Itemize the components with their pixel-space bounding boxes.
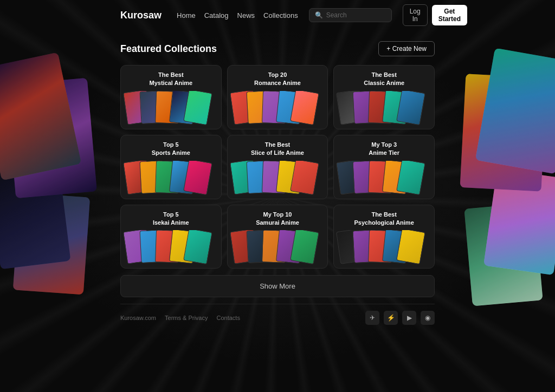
collection-card-mystical[interactable]: The BestMystical Anime — [120, 65, 222, 129]
img-card-5 — [183, 230, 212, 264]
collection-title-sports: Top 5Sports Anime — [121, 135, 221, 161]
img-cards-mystical — [125, 91, 217, 126]
collection-title-psychological: The BestPsychological Anime — [334, 205, 434, 231]
collection-images-psychological — [334, 230, 434, 268]
collection-images-romance — [228, 91, 328, 129]
footer-social-icons: ✈⚡▶◉ — [365, 311, 435, 325]
social-icon-instagram[interactable]: ◉ — [421, 311, 435, 325]
nav-collections[interactable]: Collections — [263, 11, 298, 19]
left-decoration — [0, 49, 108, 319]
collection-title-sliceoflife: The BestSlice of Life Anime — [228, 135, 328, 161]
collection-images-sports — [121, 161, 221, 199]
collection-card-romance[interactable]: Top 20Romance Anime — [227, 65, 328, 129]
get-started-button[interactable]: Get Started — [432, 5, 467, 25]
deco-card-right-1 — [475, 49, 555, 174]
img-cards-isekai — [125, 230, 217, 265]
collection-images-classic — [334, 91, 434, 129]
footer: Kurosaw.com Terms & Privacy Contacts ✈⚡▶… — [120, 304, 435, 331]
collection-card-sliceoflife[interactable]: The BestSlice of Life Anime — [227, 135, 328, 199]
nav-news[interactable]: News — [237, 11, 255, 19]
collection-title-romance: Top 20Romance Anime — [228, 66, 328, 91]
site-logo: Kurosaw — [120, 10, 162, 21]
img-cards-classic — [338, 91, 430, 126]
create-new-button[interactable]: + Create New — [378, 41, 435, 56]
img-cards-sports — [125, 161, 217, 196]
right-decoration — [447, 49, 555, 319]
collection-card-animetier[interactable]: My Top 3Anime Tier — [333, 135, 435, 199]
deco-card-left-1 — [0, 53, 81, 181]
footer-logo: Kurosaw.com — [120, 315, 156, 321]
img-cards-sliceoflife — [232, 161, 324, 196]
img-card-5 — [290, 91, 319, 125]
img-card-5 — [396, 91, 425, 125]
img-cards-samurai — [232, 230, 324, 265]
collections-grid: The BestMystical Anime Top 20Romance Ani… — [120, 65, 435, 269]
navbar: Kurosaw Home Catalog News Collections 🔍 … — [120, 0, 435, 30]
collection-title-animetier: My Top 3Anime Tier — [334, 135, 434, 161]
collection-title-isekai: Top 5Isekai Anime — [121, 205, 221, 231]
collection-title-samurai: My Top 10Samurai Anime — [228, 205, 328, 231]
social-icon-discord[interactable]: ⚡ — [384, 311, 398, 325]
nav-actions: Log In Get Started — [403, 4, 467, 26]
page-header: Featured Collections + Create New — [120, 41, 435, 56]
collection-card-sports[interactable]: Top 5Sports Anime — [120, 135, 222, 199]
show-more-container: Show More — [120, 275, 435, 297]
img-card-5 — [290, 161, 319, 195]
collection-images-sliceoflife — [228, 161, 328, 199]
collection-images-mystical — [121, 91, 221, 129]
collection-title-mystical: The BestMystical Anime — [121, 66, 221, 91]
main-container: Kurosaw Home Catalog News Collections 🔍 … — [120, 0, 435, 392]
nav-catalog[interactable]: Catalog — [204, 11, 229, 19]
collection-card-psychological[interactable]: The BestPsychological Anime — [333, 205, 435, 269]
collection-card-classic[interactable]: The BestClassic Anime — [333, 65, 435, 129]
collection-images-animetier — [334, 161, 434, 199]
footer-contacts[interactable]: Contacts — [217, 315, 240, 321]
collection-card-samurai[interactable]: My Top 10Samurai Anime — [227, 205, 328, 269]
search-icon: 🔍 — [315, 11, 323, 19]
img-cards-romance — [232, 91, 324, 126]
footer-left: Kurosaw.com Terms & Privacy Contacts — [120, 315, 240, 321]
img-card-5 — [396, 161, 425, 195]
nav-links: Home Catalog News Collections — [177, 11, 298, 19]
collection-title-classic: The BestClassic Anime — [334, 66, 434, 91]
search-input[interactable] — [326, 11, 386, 19]
img-card-5 — [396, 230, 425, 264]
show-more-button[interactable]: Show More — [120, 275, 435, 297]
social-icon-youtube[interactable]: ▶ — [402, 311, 416, 325]
search-bar: 🔍 — [309, 8, 392, 22]
collection-images-samurai — [228, 230, 328, 268]
img-cards-psychological — [338, 230, 430, 265]
img-cards-animetier — [338, 161, 430, 196]
img-card-5 — [183, 91, 212, 125]
footer-terms[interactable]: Terms & Privacy — [165, 315, 208, 321]
social-icon-telegram[interactable]: ✈ — [365, 311, 379, 325]
img-card-5 — [183, 161, 212, 195]
collection-card-isekai[interactable]: Top 5Isekai Anime — [120, 205, 222, 269]
nav-home[interactable]: Home — [177, 11, 196, 19]
img-card-5 — [290, 230, 319, 264]
login-button[interactable]: Log In — [403, 4, 428, 26]
collection-images-isekai — [121, 230, 221, 268]
page-title: Featured Collections — [120, 43, 217, 55]
